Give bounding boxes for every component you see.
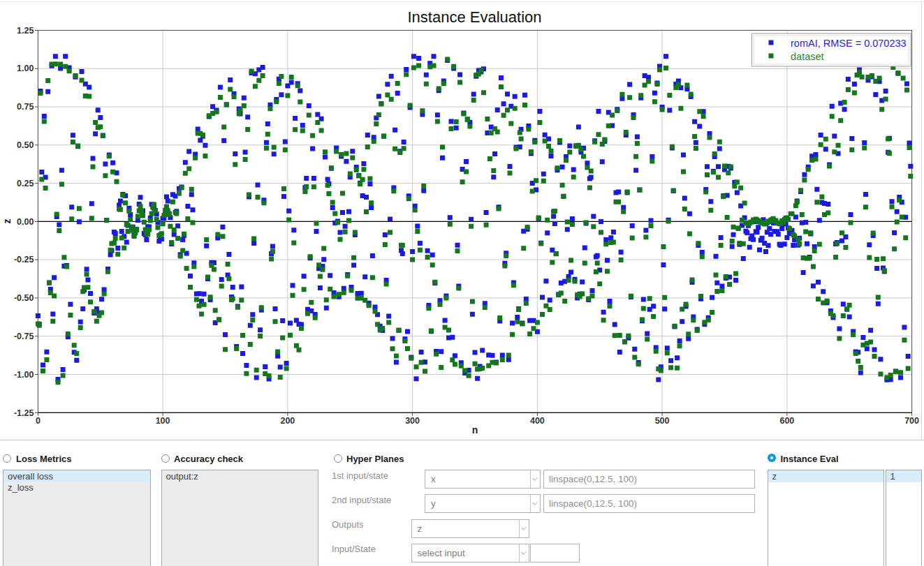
svg-text:1.00: 1.00 (17, 64, 34, 73)
svg-text:0.50: 0.50 (17, 140, 34, 150)
svg-text:0.25: 0.25 (17, 179, 34, 188)
svg-text:500: 500 (655, 416, 670, 426)
svg-text:700: 700 (904, 416, 919, 426)
svg-text:romAI, RMSE = 0.070233: romAI, RMSE = 0.070233 (791, 38, 907, 49)
svg-text:dataset: dataset (791, 51, 824, 62)
svg-text:-0.50: -0.50 (14, 293, 34, 303)
svg-text:0: 0 (36, 416, 41, 426)
svg-text:0.00: 0.00 (17, 217, 34, 227)
svg-text:300: 300 (405, 416, 420, 426)
svg-text:-0.75: -0.75 (14, 332, 34, 341)
svg-text:-0.25: -0.25 (14, 255, 34, 265)
svg-text:-1.00: -1.00 (14, 370, 34, 380)
svg-text:-1.25: -1.25 (14, 408, 34, 418)
svg-text:1.25: 1.25 (17, 26, 34, 36)
svg-text:z: z (1, 219, 13, 224)
svg-text:400: 400 (530, 416, 545, 426)
svg-text:100: 100 (156, 416, 170, 426)
svg-text:0.75: 0.75 (17, 102, 34, 112)
svg-text:600: 600 (779, 416, 794, 426)
svg-text:n: n (472, 424, 478, 435)
svg-text:200: 200 (280, 416, 295, 426)
